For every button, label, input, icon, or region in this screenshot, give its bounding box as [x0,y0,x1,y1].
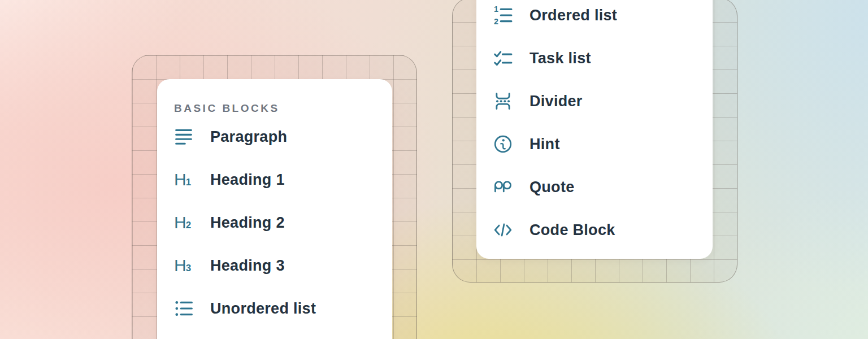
basic-blocks-menu: BASIC BLOCKS Paragraph H1 Heading 1 H2 H… [157,79,392,339]
menu-item-task-list[interactable]: Task list [493,37,713,80]
block-menu-screenshot: { "colors": { "accent_icon": "#2e7590", … [0,0,868,339]
menu-item-label: Task list [530,50,591,67]
menu-item-label: Ordered list [530,7,617,24]
menu-item-label: Heading 1 [210,171,285,189]
code-block-icon [493,220,513,240]
menu-item-label: Quote [530,179,575,196]
menu-item-paragraph[interactable]: Paragraph [174,115,392,158]
blocks-menu-continued: 1 2 Ordered list Task list [476,0,713,259]
menu-item-label: Heading 3 [210,257,285,275]
menu-item-label: Divider [530,93,583,110]
menu-item-label: Heading 2 [210,214,285,232]
svg-text:1: 1 [494,6,498,14]
paragraph-icon [174,127,193,146]
menu-item-label: Paragraph [210,128,287,146]
menu-item-heading-3[interactable]: H3 Heading 3 [174,244,392,287]
menu-item-code-block[interactable]: Code Block [493,208,713,251]
section-header: BASIC BLOCKS [174,102,392,115]
heading-2-icon: H2 [174,213,193,232]
svg-text:2: 2 [494,17,498,25]
menu-item-heading-2[interactable]: H2 Heading 2 [174,201,392,244]
task-list-icon [493,49,513,68]
menu-item-label: Hint [530,136,560,153]
hint-icon [493,134,513,154]
ordered-list-icon: 1 2 [493,6,513,25]
menu-item-quote[interactable]: Quote [493,166,713,208]
menu-item-hint[interactable]: Hint [493,123,713,166]
menu-item-divider[interactable]: Divider [493,80,713,123]
menu-item-label: Unordered list [210,300,316,318]
unordered-list-icon [174,299,193,318]
menu-item-label: Code Block [530,221,615,239]
heading-1-icon: H1 [174,170,193,189]
divider-icon [493,92,513,111]
menu-item-ordered-list[interactable]: 1 2 Ordered list [493,0,713,37]
menu-item-heading-1[interactable]: H1 Heading 1 [174,158,392,201]
menu-item-unordered-list[interactable]: Unordered list [174,287,392,330]
quote-icon [493,177,513,197]
heading-3-icon: H3 [174,256,193,275]
